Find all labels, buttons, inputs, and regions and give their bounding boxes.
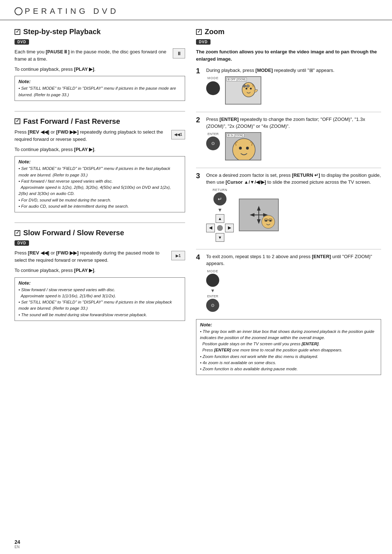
- svg-point-0: [242, 82, 255, 97]
- zoom-title: Zoom: [196, 28, 381, 36]
- zoom-note-label: Note:: [200, 322, 377, 327]
- checkbox-icon-3: [15, 230, 20, 236]
- step-by-step-desc: Each time you [PAUSE⏸] in the pause mode…: [15, 48, 185, 63]
- page-title: PERATING DVD: [25, 7, 119, 16]
- pause-button-image: ⏸: [173, 48, 185, 58]
- fast-forward-title: Fast Forward / Fast Reverse: [15, 117, 185, 126]
- slow-forward-continue: To continue playback, press [PLAY ▶].: [15, 267, 185, 274]
- svg-marker-6: [257, 206, 261, 211]
- step4-images: MODE ▼ ENTER ⊙: [206, 269, 381, 312]
- step1-text: During playback, press [MODE] repeatedly…: [206, 67, 334, 74]
- page-footer: 24 EN: [15, 539, 20, 549]
- step3-num: 3: [196, 172, 203, 180]
- slow-forward-icon: ▶1: [171, 251, 185, 260]
- note-text-2: • Set "STILL MODE" to "FIELD" in "DISPLA…: [19, 166, 181, 209]
- slow-forward-body: ▶1 Press [REV ◀◀] or [FWD ▶▶] repeatedly…: [15, 249, 185, 267]
- step4-content: To exit zoom, repeat steps 1 to 2 above …: [206, 253, 381, 314]
- zoom-step-3: 3 Once a desired zoom factor is set, pre…: [196, 172, 381, 244]
- header-circle-icon: [15, 7, 23, 15]
- mode-circle: [206, 81, 220, 95]
- step3-images: RETURN ↵ ▼ ▲ ◀: [206, 188, 381, 242]
- note-text-3: • Slow forward / slow reverse speed vari…: [19, 287, 181, 318]
- step4-text: To exit zoom, repeat steps 1 to 2 above …: [206, 253, 381, 267]
- dpad-left[interactable]: ◀: [206, 224, 215, 232]
- tv-screen-2: ⊞ 2x (ZOOM): [225, 132, 261, 160]
- step3-text: Once a desired zoom factor is set, press…: [206, 172, 381, 186]
- zoom-step-1: 1 During playback, press [MODE] repeated…: [196, 67, 381, 107]
- section-zoom: Zoom DVD The zoom function allows you to…: [196, 28, 381, 375]
- fast-forward-body: ◀◀1 Press [REV ◀◀] or [FWD ▶▶] repeatedl…: [15, 129, 185, 146]
- checkbox-icon-4: [196, 29, 202, 35]
- dpad-right[interactable]: ▶: [225, 224, 234, 232]
- zoom-note: Note: • The gray box with an inner blue …: [196, 319, 381, 375]
- note-label-2: Note:: [19, 159, 181, 164]
- note-label-3: Note:: [19, 280, 181, 286]
- svg-point-15: [265, 220, 267, 221]
- svg-point-2: [250, 87, 252, 89]
- right-column: Zoom DVD The zoom function allows you to…: [196, 28, 381, 379]
- step2-num: 2: [196, 116, 203, 124]
- dvd-badge-zoom: DVD: [196, 39, 211, 45]
- slow-forward-title: Slow Forward / Slow Reverse: [15, 229, 185, 237]
- svg-point-1: [246, 87, 248, 89]
- step-by-step-continue: To continue playback, press [PLAY ▶].: [15, 66, 185, 73]
- left-column: Step-by-step Playback DVD ⏸ Each time yo…: [15, 28, 185, 379]
- mode-button-image: MODE: [206, 76, 220, 95]
- step-by-step-title: Step-by-step Playback: [15, 28, 185, 36]
- fast-forward-icon: ◀◀1: [171, 130, 185, 139]
- svg-point-16: [270, 220, 271, 221]
- checkbox-icon-2: [15, 118, 20, 124]
- step2-content: Press [ENTER] repeatedly to change the z…: [206, 116, 381, 163]
- tv-screen-3: [239, 199, 279, 231]
- step-divider-2: [196, 168, 381, 168]
- return-button-image: RETURN ↵: [213, 188, 228, 205]
- step-by-step-body: ⏸ Each time you [PAUSE⏸] in the pause mo…: [15, 48, 185, 66]
- svg-point-5: [246, 147, 249, 150]
- mode-enter-stack: MODE ▼ ENTER ⊙: [206, 269, 219, 312]
- separator-1: [15, 111, 185, 111]
- step4-num: 4: [196, 253, 203, 261]
- fast-forward-note: Note: • Set "STILL MODE" to "FIELD" in "…: [15, 156, 185, 212]
- directional-pad: ▲ ◀ ▶ ▼: [206, 214, 234, 242]
- dpad-up[interactable]: ▲: [216, 214, 224, 223]
- dpad-center: [217, 225, 223, 231]
- dpad-down[interactable]: ▼: [216, 233, 224, 242]
- step-by-step-note: Note: • Set "STILL MODE" to "FIELD" in "…: [15, 76, 185, 101]
- slow-forward-desc: Press [REV ◀◀] or [FWD ▶▶] repeatedly du…: [15, 249, 185, 264]
- enter-button-image: ENTER ⊙: [206, 132, 220, 150]
- step2-text: Press [ENTER] repeatedly to change the z…: [206, 116, 381, 130]
- down-arrow-4: ▼: [211, 288, 215, 293]
- step3-content: Once a desired zoom factor is set, press…: [206, 172, 381, 244]
- zoom-step-2: 2 Press [ENTER] repeatedly to change the…: [196, 116, 381, 163]
- section-fast-forward: Fast Forward / Fast Reverse ◀◀1 Press [R…: [15, 117, 185, 212]
- svg-point-4: [239, 147, 242, 150]
- mode-button-image-4: MODE: [206, 269, 219, 287]
- step2-images: ENTER ⊙ ⊞ 2x (ZOOM): [206, 132, 381, 160]
- step-divider-3: [196, 249, 381, 249]
- section-slow-forward: Slow Forward / Slow Reverse DVD ▶1 Press…: [15, 229, 185, 321]
- return-circle: ↵: [213, 192, 226, 205]
- return-dpad: RETURN ↵ ▼ ▲ ◀: [206, 188, 234, 242]
- enter-circle-4: ⊙: [206, 299, 219, 312]
- page-number: 24: [15, 539, 20, 545]
- svg-marker-10: [250, 213, 254, 217]
- zoom-char-3: [259, 212, 277, 230]
- zoom-char-1: [239, 81, 259, 102]
- step1-content: During playback, press [MODE] repeatedly…: [206, 67, 334, 107]
- note-text-1: • Set "STILL MODE" to "FIELD" in "DISPLA…: [19, 86, 176, 97]
- slow-forward-note: Note: • Slow forward / slow reverse spee…: [15, 277, 185, 321]
- zoom-char-2: [226, 136, 261, 160]
- dvd-badge-slow: DVD: [15, 240, 29, 246]
- main-content: Step-by-step Playback DVD ⏸ Each time yo…: [0, 20, 392, 386]
- dvd-badge-step: DVD: [15, 39, 29, 45]
- page-header: PERATING DVD: [0, 0, 392, 20]
- step1-images: MODE ⊞ OFF (ZOOM): [206, 76, 334, 105]
- mode-circle-4: [206, 274, 219, 287]
- note-label-1: Note:: [19, 79, 181, 84]
- page-lang: EN: [15, 545, 20, 549]
- down-arrow-icon: ▼: [217, 207, 222, 213]
- fast-forward-desc: Press [REV ◀◀] or [FWD ▶▶] repeatedly du…: [15, 129, 185, 143]
- zoom-lead-text: The zoom function allows you to enlarge …: [196, 48, 381, 62]
- svg-point-14: [262, 215, 275, 228]
- section-step-by-step: Step-by-step Playback DVD ⏸ Each time yo…: [15, 28, 185, 101]
